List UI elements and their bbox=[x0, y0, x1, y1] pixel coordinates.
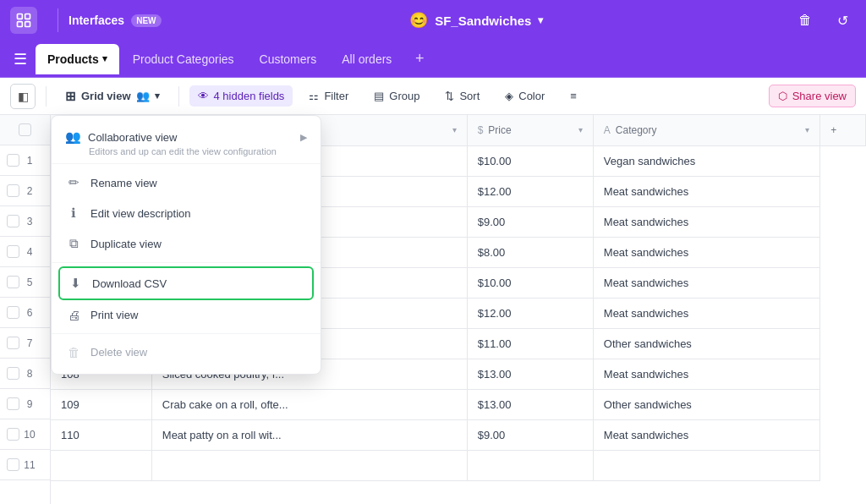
cell-price-6: $12.00 bbox=[467, 298, 593, 328]
print-view-label: Print view bbox=[90, 309, 138, 321]
cell-price-2: $12.00 bbox=[467, 176, 593, 206]
cell-price-1: $10.00 bbox=[467, 145, 593, 176]
group-label: Group bbox=[389, 90, 419, 102]
nav-new-badge: NEW bbox=[131, 14, 161, 27]
cell-price-3: $9.00 bbox=[467, 206, 593, 237]
row-4-checkbox[interactable] bbox=[7, 245, 19, 258]
row-8-checkbox[interactable] bbox=[7, 367, 19, 380]
workspace-name[interactable]: SF_Sandwiches bbox=[435, 14, 531, 28]
share-view-button[interactable]: ⬡ Share view bbox=[769, 85, 856, 107]
duplicate-view-item[interactable]: ⧉ Duplicate view bbox=[52, 228, 321, 259]
tab-all-orders[interactable]: All orders bbox=[330, 44, 403, 74]
cell-description-9: Crab cake on a roll, ofte... bbox=[151, 389, 467, 419]
download-csv-item[interactable]: ⬇ Download CSV bbox=[58, 266, 314, 300]
nav-separator bbox=[58, 8, 58, 32]
row-7-checkbox[interactable] bbox=[7, 337, 19, 349]
col-category[interactable]: A Category ▾ bbox=[593, 115, 819, 145]
collab-view-title-text: Collaborative view bbox=[88, 131, 178, 144]
row-10-checkbox[interactable] bbox=[7, 428, 19, 441]
cell-price-7: $11.00 bbox=[467, 328, 593, 359]
filter-icon: ⚏ bbox=[309, 90, 319, 102]
share-view-label: Share view bbox=[792, 90, 847, 102]
svg-rect-1 bbox=[25, 14, 30, 19]
select-all-checkbox[interactable] bbox=[19, 123, 31, 136]
row-9-checkbox[interactable] bbox=[7, 397, 19, 410]
group-button[interactable]: ▤ Group bbox=[364, 85, 429, 107]
row-1-checkbox[interactable] bbox=[7, 154, 19, 167]
col-category-sort[interactable]: ▾ bbox=[805, 125, 809, 134]
row-1-cell: 1 bbox=[0, 145, 50, 176]
collab-view-subtitle: Editors and up can edit the view configu… bbox=[65, 146, 307, 156]
sidebar-toggle-button[interactable]: ◧ bbox=[10, 84, 36, 109]
filter-label: Filter bbox=[324, 90, 348, 102]
share-icon: ⬡ bbox=[778, 90, 787, 102]
col-description-sort[interactable]: ▾ bbox=[452, 125, 457, 134]
row-6-cell: 6 bbox=[0, 298, 50, 328]
collab-view-chevron: ▶ bbox=[300, 132, 307, 143]
nav-interfaces-label[interactable]: Interfaces bbox=[69, 14, 124, 27]
app-logo[interactable] bbox=[10, 7, 37, 34]
color-button[interactable]: ◈ Color bbox=[496, 85, 554, 107]
filter-button[interactable]: ⚏ Filter bbox=[299, 85, 358, 107]
row-6-num: 6 bbox=[23, 307, 36, 319]
print-view-item[interactable]: 🖨 Print view bbox=[52, 300, 321, 330]
dropdown-separator-1 bbox=[52, 163, 321, 164]
download-icon: ⬇ bbox=[67, 276, 84, 291]
history-button[interactable]: ↺ bbox=[829, 7, 856, 34]
col-price[interactable]: $ Price ▾ bbox=[467, 115, 593, 145]
cell-category-6: Meat sandwiches bbox=[593, 298, 819, 328]
sidebar-icon: ◧ bbox=[18, 90, 29, 103]
hamburger-menu[interactable]: ☰ bbox=[7, 45, 34, 74]
row-numbers-column: 1 2 3 4 5 6 7 8 bbox=[0, 115, 51, 504]
cell-category-10: Meat sandwiches bbox=[593, 419, 819, 450]
fields-button[interactable]: ≡ bbox=[561, 85, 586, 107]
row-3-checkbox[interactable] bbox=[7, 215, 19, 227]
dollar-icon: $ bbox=[478, 124, 484, 136]
cell-product-id-10: 110 bbox=[51, 419, 151, 450]
row-8-cell: 8 bbox=[0, 359, 50, 389]
cell-category-2: Meat sandwiches bbox=[593, 176, 819, 206]
sort-button[interactable]: ⇅ Sort bbox=[436, 85, 489, 107]
print-icon: 🖨 bbox=[65, 308, 82, 322]
row-6-checkbox[interactable] bbox=[7, 306, 19, 319]
row-10-cell: 10 bbox=[0, 419, 50, 450]
grid-view-dropdown-icon[interactable]: ▾ bbox=[155, 90, 160, 101]
hidden-fields-button[interactable]: 👁 4 hidden fields bbox=[189, 85, 293, 107]
table-row: 110 Meat patty on a roll wit... $9.00 Me… bbox=[51, 419, 866, 450]
grid-view-button[interactable]: ⊞ Grid view 👥 ▾ bbox=[57, 85, 168, 108]
col-price-sort[interactable]: ▾ bbox=[578, 125, 583, 134]
tab-product-categories[interactable]: Product Categories bbox=[121, 44, 246, 74]
row-10-num: 10 bbox=[23, 429, 36, 441]
row-3-cell: 3 bbox=[0, 206, 50, 237]
cell-category-1: Vegan sandwiches bbox=[593, 145, 819, 176]
table-row: 109 Crab cake on a roll, ofte... $13.00 … bbox=[51, 389, 866, 419]
col-price-label: Price bbox=[488, 124, 511, 136]
cell-price-5: $10.00 bbox=[467, 267, 593, 298]
edit-description-label: Edit view description bbox=[90, 207, 191, 220]
group-icon: ▤ bbox=[374, 90, 384, 102]
cell-empty-2 bbox=[151, 450, 467, 480]
rename-view-item[interactable]: ✏ Rename view bbox=[52, 167, 321, 198]
pencil-icon: ✏ bbox=[65, 175, 82, 190]
trash-button[interactable]: 🗑 bbox=[792, 7, 819, 34]
grid-view-icon: ⊞ bbox=[65, 89, 76, 104]
color-icon: ◈ bbox=[505, 90, 513, 102]
row-2-checkbox[interactable] bbox=[7, 184, 19, 197]
duplicate-view-label: Duplicate view bbox=[90, 238, 162, 250]
add-tab-button[interactable]: + bbox=[407, 47, 432, 72]
duplicate-icon: ⧉ bbox=[65, 236, 82, 251]
delete-icon: 🗑 bbox=[65, 345, 82, 359]
delete-view-item: 🗑 Delete view bbox=[52, 337, 321, 367]
tab-customers[interactable]: Customers bbox=[248, 44, 329, 74]
edit-description-item[interactable]: ℹ Edit view description bbox=[52, 198, 321, 228]
tab-all-orders-label: All orders bbox=[342, 52, 392, 66]
workspace-title: 😊 SF_Sandwiches ▾ bbox=[162, 11, 792, 30]
row-5-checkbox[interactable] bbox=[7, 276, 19, 288]
tab-products[interactable]: Products ▾ bbox=[36, 44, 119, 74]
add-column-button[interactable]: + bbox=[820, 115, 866, 145]
row-11-cell: 11 bbox=[0, 450, 50, 480]
row-7-cell: 7 bbox=[0, 328, 50, 359]
row-11-checkbox[interactable] bbox=[7, 458, 19, 471]
collab-view-header: 👥 Collaborative view ▶ Editors and up ca… bbox=[52, 123, 321, 160]
color-label: Color bbox=[518, 90, 545, 102]
